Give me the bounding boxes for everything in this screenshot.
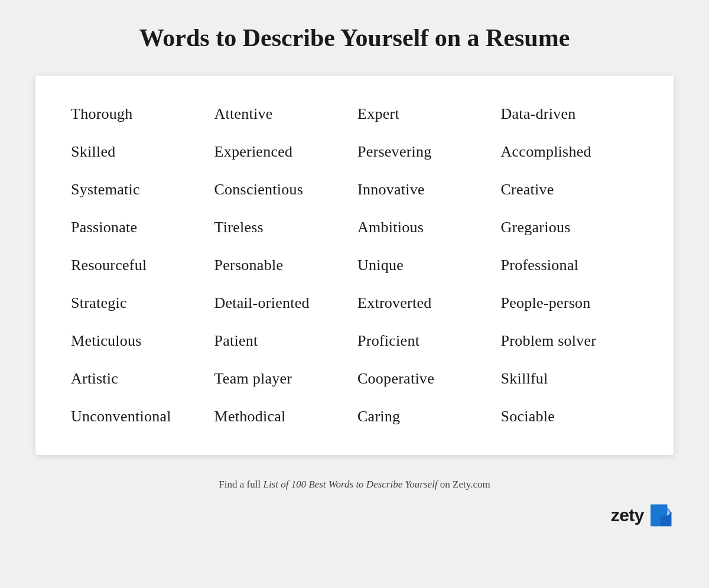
word-item: Tireless bbox=[214, 219, 352, 236]
word-item: Systematic bbox=[71, 181, 209, 199]
word-item: Professional bbox=[501, 256, 639, 274]
word-item: Cooperative bbox=[357, 370, 495, 388]
word-item: Thorough bbox=[71, 105, 209, 123]
word-item: Skillful bbox=[501, 370, 639, 388]
page-title: Words to Describe Yourself on a Resume bbox=[139, 24, 570, 52]
word-item: Artistic bbox=[71, 370, 209, 388]
word-item: Strategic bbox=[71, 294, 209, 312]
word-item: Unconventional bbox=[71, 408, 209, 425]
word-item: Ambitious bbox=[357, 219, 495, 236]
word-item: Unique bbox=[357, 256, 495, 274]
word-item: Creative bbox=[501, 181, 639, 199]
word-item: Conscientious bbox=[214, 181, 352, 199]
word-item: Meticulous bbox=[71, 332, 209, 350]
word-item: Proficient bbox=[357, 332, 495, 350]
word-item: Accomplished bbox=[501, 143, 639, 161]
word-item: Expert bbox=[357, 105, 495, 123]
word-item: Caring bbox=[357, 408, 495, 425]
footer-text: Find a full List of 100 Best Words to De… bbox=[219, 479, 490, 490]
word-item: Extroverted bbox=[357, 294, 495, 312]
zety-brand-icon bbox=[648, 502, 674, 528]
footer-link-text: List of 100 Best Words to Describe Yours… bbox=[263, 479, 437, 490]
word-item: Team player bbox=[214, 370, 352, 388]
word-item: Skilled bbox=[71, 143, 209, 161]
word-item: Persevering bbox=[357, 143, 495, 161]
word-item: Detail-oriented bbox=[214, 294, 352, 312]
word-item: Attentive bbox=[214, 105, 352, 123]
word-item: Innovative bbox=[357, 181, 495, 199]
words-grid: ThoroughAttentiveExpertData-drivenSkille… bbox=[71, 105, 638, 425]
word-item: People-person bbox=[501, 294, 639, 312]
word-item: Gregarious bbox=[501, 219, 639, 236]
word-item: Data-driven bbox=[501, 105, 639, 123]
word-item: Experienced bbox=[214, 143, 352, 161]
word-item: Patient bbox=[214, 332, 352, 350]
word-item: Passionate bbox=[71, 219, 209, 236]
zety-logo: zety bbox=[35, 502, 674, 528]
words-card: ThoroughAttentiveExpertData-drivenSkille… bbox=[35, 76, 674, 455]
word-item: Resourceful bbox=[71, 256, 209, 274]
footer-text-after: on Zety.com bbox=[438, 479, 490, 490]
footer-text-before: Find a full bbox=[219, 479, 263, 490]
word-item: Methodical bbox=[214, 408, 352, 425]
word-item: Problem solver bbox=[501, 332, 639, 350]
word-item: Sociable bbox=[501, 408, 639, 425]
word-item: Personable bbox=[214, 256, 352, 274]
zety-logo-text: zety bbox=[611, 505, 644, 525]
